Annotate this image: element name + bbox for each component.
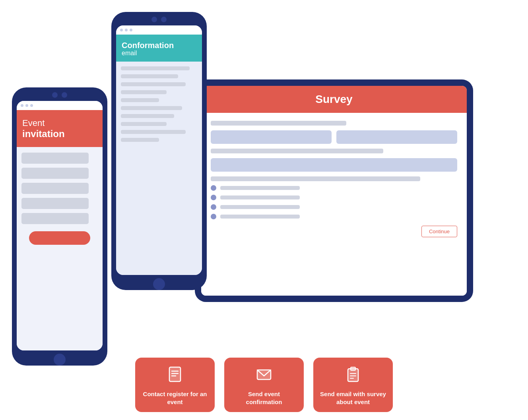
radio-item-4	[211, 214, 457, 219]
left-browser-dot-3	[30, 104, 33, 107]
phone-left-header: Event invitation	[17, 110, 103, 147]
scene: Survey	[0, 0, 528, 420]
invitation-label: invitation	[22, 128, 65, 139]
radio-dot-1	[211, 185, 216, 191]
radio-dot-4	[211, 214, 216, 219]
pl-cta-button[interactable]	[29, 231, 90, 245]
pl-field-5	[21, 213, 89, 224]
pl-field-4	[21, 198, 89, 209]
phone-center-screen: Conformation email	[116, 25, 202, 275]
radio-line-2	[220, 195, 300, 199]
continue-button[interactable]: Continue	[421, 226, 457, 237]
conformation-title: Conformation	[122, 41, 196, 50]
phone-left-notch	[17, 92, 103, 98]
pc-line-4	[121, 90, 167, 94]
left-browser-dot-1	[21, 104, 23, 107]
card-register-label: Contact register for an event	[142, 390, 208, 406]
left-browser-dot-2	[25, 104, 28, 107]
tablet-title: Survey	[315, 93, 352, 105]
pl-field-3	[21, 183, 89, 194]
tablet-fields-row	[211, 130, 457, 144]
radio-item-2	[211, 195, 457, 200]
tablet-field-1[interactable]	[211, 130, 332, 144]
card-confirmation[interactable]: Send event confirmation	[224, 358, 304, 412]
svg-rect-6	[351, 367, 355, 370]
radio-line-4	[220, 215, 300, 219]
document-icon	[166, 366, 184, 385]
tablet-line-3	[211, 176, 420, 181]
pc-line-1	[121, 66, 190, 70]
event-label: Event	[22, 118, 45, 128]
envelope-icon	[255, 366, 273, 385]
tablet-screen: Survey	[201, 86, 467, 296]
card-survey[interactable]: Send email with survey about event	[313, 358, 393, 412]
pc-line-2	[121, 74, 178, 78]
phone-left-body	[17, 147, 103, 350]
radio-line-1	[220, 186, 300, 190]
tablet-line-1	[211, 121, 346, 126]
pc-line-5	[121, 98, 159, 102]
pc-line-3	[121, 82, 186, 86]
svg-rect-0	[169, 367, 181, 381]
radio-line-3	[220, 205, 300, 209]
pc-line-9	[121, 130, 186, 134]
phone-center-home-btn	[153, 278, 165, 290]
phone-center-notch	[116, 17, 202, 22]
browser-dot-2	[125, 29, 128, 31]
pc-line-7	[121, 114, 174, 118]
pc-line-8	[121, 122, 167, 126]
browser-dot-1	[120, 29, 123, 31]
pl-field-1	[21, 153, 89, 164]
clipboard-icon	[344, 366, 362, 385]
tablet-radio-group	[211, 185, 457, 219]
pc-line-10	[121, 138, 159, 142]
left-notch-dot-1	[52, 92, 58, 98]
tablet-field-2[interactable]	[336, 130, 457, 144]
tablet-continue-area: Continue	[211, 226, 457, 237]
card-register[interactable]: Contact register for an event	[135, 358, 215, 412]
event-invitation-title: Event invitation	[22, 118, 97, 140]
browser-dot-3	[130, 29, 132, 31]
card-survey-label: Send email with survey about event	[320, 390, 386, 406]
tablet-line-2	[211, 149, 383, 153]
phone-center-device: Conformation email	[111, 12, 207, 290]
phone-center-header: Conformation email	[116, 35, 202, 62]
phone-left-browser-bar	[17, 101, 103, 110]
radio-item-1	[211, 185, 457, 191]
pl-field-2	[21, 168, 89, 179]
radio-item-3	[211, 204, 457, 210]
notch-dot-2	[161, 17, 167, 22]
phone-left-screen: Event invitation	[17, 101, 103, 350]
tablet-header: Survey	[201, 86, 467, 113]
tablet-field-full[interactable]	[211, 158, 457, 172]
left-notch-dot-2	[62, 92, 67, 98]
tablet-body: Continue	[201, 113, 467, 296]
card-confirmation-label: Send event confirmation	[231, 390, 297, 406]
phone-center-browser-bar	[116, 25, 202, 35]
notch-dot-1	[151, 17, 157, 22]
phone-center-body	[116, 62, 202, 275]
radio-dot-3	[211, 204, 216, 210]
phone-left-device: Event invitation	[12, 87, 107, 366]
phone-left-home-btn	[54, 354, 66, 366]
bottom-cards: Contact register for an event Send event…	[135, 358, 393, 412]
radio-dot-2	[211, 195, 216, 200]
tablet-device: Survey	[195, 79, 473, 302]
pc-line-6	[121, 106, 182, 110]
email-subtitle: email	[122, 50, 196, 57]
